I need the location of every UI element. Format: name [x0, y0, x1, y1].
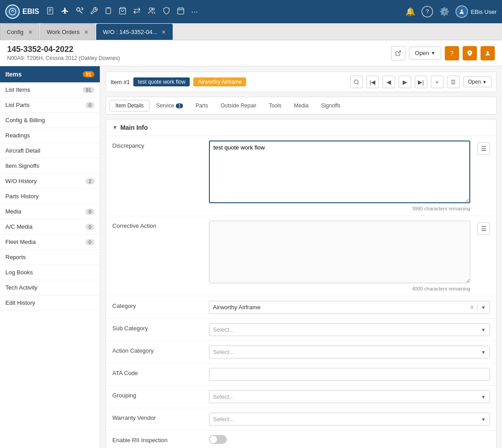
next-record-button[interactable]: ▶ [399, 76, 411, 88]
sub-category-select[interactable]: Select... ▼ [209, 323, 490, 336]
corrective-action-textarea[interactable] [209, 221, 470, 283]
sidebar-item-media[interactable]: Media 0 [0, 204, 100, 219]
wrench-icon[interactable] [90, 7, 98, 17]
category-arrow-icon[interactable]: ▼ [477, 305, 489, 310]
sidebar-item-item-signoffs-label: Item Signoffs [5, 162, 39, 169]
user-info[interactable]: EBis User [455, 5, 497, 18]
tab-service[interactable]: Service 1 [150, 100, 189, 111]
clipboard-icon[interactable] [104, 7, 112, 17]
tab-outside-repair[interactable]: Outside Repair [215, 100, 262, 111]
tab-media[interactable]: Media [288, 100, 315, 111]
warranty-vendor-select[interactable]: Select... ▼ [209, 413, 490, 426]
sidebar-item-log-books[interactable]: Log Books [0, 265, 100, 280]
enable-rii-toggle[interactable] [209, 435, 227, 444]
tools-icon[interactable] [76, 7, 84, 17]
sidebar-item-tech-activity[interactable]: Tech Activity [0, 280, 100, 295]
search-toolbar-button[interactable] [350, 76, 363, 88]
calendar-icon[interactable] [177, 7, 185, 17]
sub-tabs: Item Details Service 1 Parts Outside Rep… [106, 97, 497, 115]
sidebar-item-wo-history[interactable]: W/O History 2 [0, 174, 100, 189]
pin-button[interactable] [463, 46, 477, 60]
external-link-button[interactable] [391, 46, 405, 60]
nav-right: 🔔 ? ⚙️ EBis User [405, 5, 497, 18]
sub-category-arrow-icon[interactable]: ▼ [477, 327, 489, 333]
first-record-button[interactable]: |◀ [366, 76, 379, 88]
sidebar-item-ac-media[interactable]: A/C Media 0 [0, 219, 100, 235]
user-button[interactable] [481, 46, 495, 60]
sidebar-item-edit-history[interactable]: Edit History [0, 295, 100, 311]
svg-rect-10 [178, 8, 184, 14]
ata-code-label: ATA Code [112, 368, 202, 376]
sidebar-item-item-signoffs[interactable]: Item Signoffs [0, 158, 100, 174]
grouping-row: Grouping Select... ▼ [106, 386, 496, 408]
sidebar-item-config-billing-label: Config & Billing [5, 117, 45, 124]
tab-work-orders-close[interactable]: ✕ [84, 29, 89, 35]
collapse-icon[interactable]: ▼ [112, 124, 118, 131]
warranty-vendor-row: Warranty Vendor Select... ▼ [106, 408, 496, 431]
tab-tools[interactable]: Tools [263, 100, 287, 111]
transfer-icon[interactable] [133, 7, 141, 17]
notification-bell-icon[interactable]: 🔔 [405, 7, 415, 17]
category-clear-icon[interactable]: ✕ [467, 304, 477, 311]
sidebar-item-reports-label: Reports [5, 254, 26, 260]
discrepancy-menu-button[interactable]: ☰ [477, 142, 490, 155]
action-category-select[interactable]: Select... ▼ [209, 346, 490, 358]
tab-parts[interactable]: Parts [190, 100, 214, 111]
user-avatar [455, 5, 468, 18]
sidebar-item-parts-history-label: Parts History [5, 193, 38, 200]
last-record-button[interactable]: ▶| [415, 76, 427, 88]
sidebar-item-fleet-media[interactable]: Fleet Media 0 [0, 235, 100, 250]
sidebar-item-readings[interactable]: Readings [0, 128, 100, 143]
tab-work-orders[interactable]: Work Orders ✕ [40, 24, 95, 40]
sidebar-item-fleet-media-badge: 0 [85, 239, 94, 245]
tab-config[interactable]: Config ✕ [0, 24, 39, 40]
tab-wo-detail-close[interactable]: ✕ [162, 29, 166, 35]
menu-toolbar-button[interactable]: ☰ [447, 76, 459, 88]
sidebar-item-aircraft-detail[interactable]: Aircraft Detail [0, 143, 100, 158]
sidebar-item-list-parts[interactable]: List Parts 0 [0, 98, 100, 113]
grouping-placeholder: Select... [209, 391, 477, 403]
ata-code-input[interactable] [209, 368, 490, 381]
page-header: 145-3352-04-2022 N00A9: T206H, Cessna 20… [0, 40, 502, 66]
item-number-label: Item #1 [111, 79, 130, 85]
sidebar-item-parts-history[interactable]: Parts History [0, 189, 100, 204]
corrective-action-menu-button[interactable]: ☰ [477, 222, 490, 235]
sidebar-item-list-items[interactable]: List Items 91 [0, 82, 100, 98]
documents-icon[interactable] [46, 7, 54, 17]
action-category-control: Select... ▼ [209, 346, 490, 358]
tab-wo-detail-label: W/O : 145-3352-04... [103, 29, 157, 35]
grouping-arrow-icon[interactable]: ▼ [477, 394, 489, 400]
cart-icon[interactable] [119, 7, 127, 17]
prev-record-button[interactable]: ◀ [383, 76, 395, 88]
grouping-select[interactable]: Select... ▼ [209, 390, 490, 403]
sidebar-item-reports[interactable]: Reports [0, 250, 100, 265]
settings-gear-icon[interactable]: ⚙️ [439, 7, 449, 17]
tab-wo-detail[interactable]: W/O : 145-3352-04... ✕ [96, 24, 173, 40]
help-button[interactable]: ? [445, 46, 459, 60]
sidebar-item-config-billing[interactable]: Config & Billing [0, 113, 100, 128]
tab-config-label: Config [7, 29, 24, 35]
action-category-arrow-icon[interactable]: ▼ [477, 350, 489, 355]
add-item-button[interactable]: + [431, 76, 443, 88]
tab-config-close[interactable]: ✕ [28, 29, 33, 35]
open-item-label: Open [468, 79, 481, 85]
svg-point-8 [149, 8, 152, 10]
aircraft-icon[interactable] [60, 7, 69, 17]
tab-item-details[interactable]: Item Details [110, 100, 149, 111]
tab-signoffs[interactable]: Signoffs [315, 100, 346, 111]
warranty-vendor-arrow-icon[interactable]: ▼ [477, 417, 489, 422]
sidebar: Items 91 List Items 91 List Parts 0 Conf… [0, 66, 100, 448]
help-circle-icon[interactable]: ? [421, 6, 433, 17]
app-logo[interactable]: EBIS [5, 4, 39, 19]
sidebar-item-media-badge: 0 [85, 209, 94, 215]
category-select[interactable]: Airworthy Airframe ✕ ▼ [209, 301, 490, 314]
shield-icon[interactable] [162, 7, 170, 17]
ata-code-control [209, 368, 490, 381]
content-area: Item #1 test quote work flow Airworthy A… [100, 66, 502, 448]
discrepancy-textarea[interactable] [209, 141, 470, 203]
sidebar-item-list-items-badge: 91 [83, 87, 94, 93]
open-dropdown-button[interactable]: Open ▼ [409, 47, 441, 60]
people-icon[interactable] [147, 7, 156, 17]
more-icon[interactable]: ··· [191, 7, 198, 17]
open-item-button[interactable]: Open ▼ [463, 77, 492, 87]
